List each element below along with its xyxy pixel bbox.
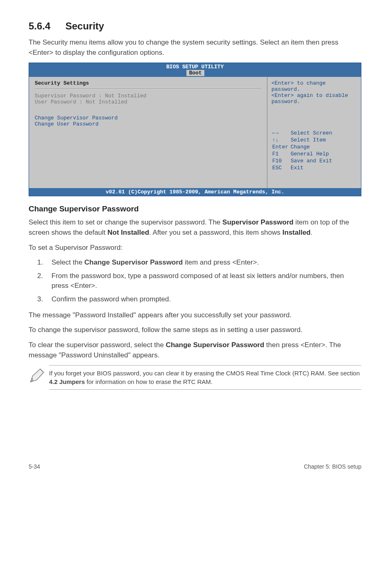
page-number: 5-34	[29, 463, 40, 470]
paragraph: To change the supervisor password, follo…	[29, 325, 361, 335]
bold-term: 4.2 Jumpers	[49, 378, 85, 385]
bold-term: Change Supervisor Password	[166, 341, 264, 349]
bios-footer: v02.61 (C)Copyright 1985-2009, American …	[29, 188, 361, 196]
text-run: If you forget your BIOS password, you ca…	[49, 370, 360, 377]
nav-label: Select Screen	[291, 130, 334, 136]
paragraph: Select this item to set or change the su…	[29, 218, 361, 238]
list-item: Confirm the password when prompted.	[45, 294, 361, 305]
bios-title-text: BIOS SETUP UTILITY	[166, 64, 224, 70]
bios-screenshot: BIOS SETUP UTILITY Boot Security Setting…	[29, 63, 361, 196]
bios-main-pane: Security Settings Supervisor Password : …	[29, 77, 267, 188]
bios-pane-header: Security Settings	[35, 80, 261, 86]
intro-paragraph: The Security menu items allow you to cha…	[29, 38, 361, 58]
list-item: Select the Change Supervisor Password it…	[45, 258, 361, 268]
nav-label: Select Item	[291, 137, 334, 143]
bios-help-pane: <Enter> to change password. <Enter> agai…	[267, 77, 361, 188]
bios-nav-help: ←→Select Screen ↑↓Select Item EnterChang…	[271, 129, 334, 172]
text-run: . After you set a password, this item sh…	[149, 229, 282, 236]
text-run: for information on how to erase the RTC …	[85, 378, 213, 385]
bold-term: Change Supervisor Password	[84, 258, 183, 266]
bios-change-user: Change User Password	[35, 121, 261, 127]
bold-term: Supervisor Password	[222, 218, 294, 226]
text-run: item and press <Enter>.	[183, 258, 259, 266]
bios-help-line2: <Enter> again to disable password.	[271, 92, 357, 105]
paragraph: To set a Supervisor Password:	[29, 243, 361, 253]
steps-list: Select the Change Supervisor Password it…	[45, 258, 361, 305]
section-number: 5.6.4	[29, 20, 65, 32]
bios-help-line1: <Enter> to change password.	[271, 80, 357, 92]
subsection-heading: Change Supervisor Password	[29, 204, 361, 213]
nav-label: General Help	[291, 151, 334, 157]
nav-key: Enter	[272, 144, 290, 150]
bios-active-tab: Boot	[186, 70, 204, 76]
text-run: .	[311, 229, 313, 236]
bios-supervisor-status: Supervisor Password : Not Installed	[35, 93, 261, 99]
nav-label: Change	[291, 144, 334, 150]
nav-label: Exit	[291, 165, 334, 171]
bold-term: Installed	[282, 229, 311, 236]
page-footer: 5-34 Chapter 5: BIOS setup	[29, 463, 361, 470]
text-run: Select the	[52, 258, 84, 266]
nav-label: Save and Exit	[291, 158, 334, 164]
nav-key: F1	[272, 151, 290, 157]
nav-key: ←→	[272, 130, 290, 136]
bold-term: Not Installed	[108, 229, 149, 236]
chapter-label: Chapter 5: BIOS setup	[304, 463, 361, 470]
text-run: To clear the supervisor password, select…	[29, 341, 166, 349]
note-body: If you forget your BIOS password, you ca…	[49, 365, 361, 390]
note-callout: If you forget your BIOS password, you ca…	[29, 365, 361, 390]
bios-user-status: User Password : Not Installed	[35, 99, 261, 105]
section-title: Security	[65, 20, 104, 31]
paragraph: The message "Password Installed" appears…	[29, 310, 361, 321]
nav-key: ESC	[272, 165, 290, 171]
paragraph: To clear the supervisor password, select…	[29, 340, 361, 360]
nav-key: ↑↓	[272, 137, 290, 143]
note-pencil-icon	[29, 365, 49, 386]
list-item: From the password box, type a password c…	[45, 271, 361, 291]
text-run: Select this item to set or change the su…	[29, 218, 222, 226]
bios-change-supervisor: Change Supervisor Password	[35, 115, 261, 121]
bios-title-bar: BIOS SETUP UTILITY Boot	[29, 63, 361, 77]
nav-key: F10	[272, 158, 290, 164]
section-heading: 5.6.4Security	[29, 20, 361, 32]
